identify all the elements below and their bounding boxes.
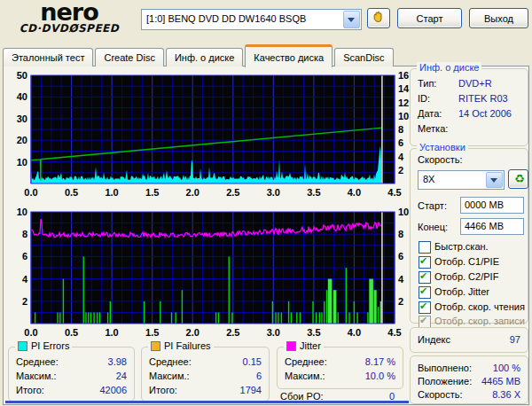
svg-text:1.0: 1.0 bbox=[105, 187, 118, 198]
checkbox-box: ✔ bbox=[419, 256, 431, 269]
svg-text:2.5: 2.5 bbox=[226, 327, 239, 338]
checkbox-show-c1-pie[interactable]: ✔ Отобр. C1/PIE bbox=[419, 256, 524, 269]
svg-text:4.0: 4.0 bbox=[348, 187, 361, 198]
tab-bar: Эталонный тест Create Disc Инф. о диске … bbox=[3, 46, 395, 66]
svg-text:1.5: 1.5 bbox=[145, 187, 159, 198]
svg-text:3.5: 3.5 bbox=[307, 327, 320, 338]
checkbox-box: ✔ bbox=[419, 271, 431, 284]
position-label: Положение: bbox=[418, 376, 472, 386]
cd-dvd-speed-text: CD·DVDØSPEED bbox=[7, 22, 131, 35]
checkbox-show-read-speed[interactable]: ✔ Отобр. скор. чтения bbox=[419, 301, 524, 314]
svg-text:4.0: 4.0 bbox=[348, 327, 361, 338]
index-value: 97 bbox=[510, 334, 520, 345]
svg-text:16: 16 bbox=[398, 70, 409, 81]
checkbox-box: ✔ bbox=[419, 301, 431, 314]
start-pos-label: Старт: bbox=[418, 200, 447, 211]
settings-title: Установки bbox=[417, 142, 468, 152]
checkbox-show-jitter[interactable]: ✔ Отобр. Jitter bbox=[419, 286, 524, 299]
jitter-legend-swatch bbox=[286, 341, 296, 351]
tab-disc-info[interactable]: Инф. о диске bbox=[166, 48, 243, 66]
max-label: Максим.: bbox=[285, 371, 325, 381]
disc-info-title: Инф. о диске bbox=[417, 62, 481, 73]
pi-errors-panel: PI Errors Среднее:3.98 Максим.:24 Итого:… bbox=[8, 347, 135, 402]
speed-stat-label: Скорость: bbox=[418, 389, 463, 400]
svg-text:10: 10 bbox=[398, 207, 409, 217]
svg-text:8: 8 bbox=[398, 229, 403, 239]
checkbox-box bbox=[419, 241, 431, 254]
start-button[interactable]: Старт bbox=[397, 8, 462, 28]
disc-quality-page: 0.00.51.01.52.02.53.03.54.04.51020304050… bbox=[3, 66, 529, 405]
check-icon: ✔ bbox=[419, 255, 427, 267]
pi-errors-speed-chart: 0.00.51.01.52.02.53.03.54.04.51020304050… bbox=[4, 68, 413, 203]
svg-text:40: 40 bbox=[17, 91, 27, 102]
tab-create-disc[interactable]: Create Disc bbox=[95, 48, 163, 66]
checkbox-show-c2-pif[interactable]: ✔ Отобр. C2/PIF bbox=[419, 271, 524, 284]
svg-text:6: 6 bbox=[398, 137, 403, 148]
svg-text:8: 8 bbox=[22, 229, 27, 239]
header-toolbar: nero CD·DVDØSPEED [1:0] BENQ DVD DD DW16… bbox=[0, 0, 532, 44]
exit-button[interactable]: Выход bbox=[469, 8, 528, 28]
avg-value: 3.98 bbox=[108, 356, 127, 367]
avg-value: 0.15 bbox=[243, 356, 262, 367]
max-value: 10.0 % bbox=[365, 371, 395, 381]
drive-select[interactable]: [1:0] BENQ DVD DD DW1640 BSQB bbox=[141, 9, 362, 30]
start-pos-field[interactable]: 0000 MB bbox=[460, 197, 524, 214]
index-label: Индекс bbox=[418, 334, 450, 345]
svg-text:0.5: 0.5 bbox=[65, 187, 78, 198]
svg-text:0.0: 0.0 bbox=[24, 187, 37, 198]
refresh-button[interactable]: ♻ bbox=[508, 169, 528, 189]
speed-select[interactable]: 8X bbox=[418, 170, 505, 190]
svg-text:3.0: 3.0 bbox=[267, 187, 280, 198]
tab-disc-quality[interactable]: Качество диска bbox=[245, 44, 332, 67]
pi-failures-legend-swatch bbox=[151, 341, 160, 351]
end-pos-field[interactable]: 4466 MB bbox=[460, 218, 524, 235]
svg-text:20: 20 bbox=[17, 135, 27, 145]
id-value: RITEK R03 bbox=[458, 93, 508, 104]
disc-info-panel: Инф. о диске Тип:DVD+R ID:RITEK R03 Дата… bbox=[410, 68, 528, 146]
label-label: Метка: bbox=[418, 123, 448, 134]
svg-text:10: 10 bbox=[398, 111, 409, 121]
svg-text:2: 2 bbox=[398, 165, 403, 176]
date-label: Дата: bbox=[418, 108, 442, 119]
jitter-panel: Jitter Среднее:8.17 % Максим.:10.0 % bbox=[277, 347, 403, 389]
svg-text:2: 2 bbox=[22, 296, 27, 307]
drive-select-value: [1:0] BENQ DVD DD DW1640 BSQB bbox=[146, 13, 306, 24]
checkbox-show-write-speed: ✔ Отобр. скор. записи bbox=[419, 316, 524, 328]
svg-text:12: 12 bbox=[398, 98, 409, 108]
hand-icon bbox=[372, 11, 386, 25]
done-label: Выполнено: bbox=[418, 363, 472, 373]
check-icon: ✔ bbox=[419, 285, 427, 297]
tab-benchmark[interactable]: Эталонный тест bbox=[3, 48, 93, 66]
svg-text:2.0: 2.0 bbox=[186, 327, 200, 338]
checkbox-box: ✔ bbox=[419, 286, 431, 299]
progress-strip bbox=[5, 401, 409, 403]
type-label: Тип: bbox=[418, 78, 436, 89]
svg-text:4: 4 bbox=[398, 152, 404, 162]
pi-failures-title: PI Failures bbox=[164, 340, 211, 351]
speed-stat-value: 8.36 X bbox=[492, 389, 520, 400]
svg-text:6: 6 bbox=[398, 251, 403, 262]
svg-text:8: 8 bbox=[398, 124, 403, 135]
tab-scandisc[interactable]: ScanDisc bbox=[334, 48, 393, 66]
total-label: Итого: bbox=[149, 385, 177, 395]
chevron-down-icon[interactable] bbox=[343, 11, 360, 28]
chevron-down-icon[interactable] bbox=[486, 172, 503, 188]
hand-icon-button[interactable] bbox=[367, 8, 390, 28]
pi-errors-title: PI Errors bbox=[31, 340, 69, 351]
svg-text:4: 4 bbox=[398, 274, 404, 285]
svg-text:10: 10 bbox=[17, 207, 27, 217]
check-icon: ✔ bbox=[419, 270, 427, 282]
end-pos-label: Конец: bbox=[418, 222, 448, 232]
checkbox-fast-scan[interactable]: Быстр.скан. bbox=[419, 241, 524, 254]
svg-text:2.0: 2.0 bbox=[186, 187, 200, 198]
total-value: 42006 bbox=[99, 385, 127, 395]
index-panel: Индекс 97 bbox=[410, 327, 528, 353]
svg-text:4: 4 bbox=[22, 274, 28, 285]
refresh-icon: ♻ bbox=[514, 172, 525, 185]
svg-text:1.0: 1.0 bbox=[105, 327, 118, 338]
svg-text:3.0: 3.0 bbox=[267, 327, 280, 338]
pif-jitter-chart: 0.00.51.01.52.02.53.03.54.04.52468102468… bbox=[4, 203, 413, 341]
check-icon: ✔ bbox=[419, 315, 427, 326]
id-label: ID: bbox=[418, 93, 430, 104]
position-value: 4465 MB bbox=[481, 376, 520, 386]
